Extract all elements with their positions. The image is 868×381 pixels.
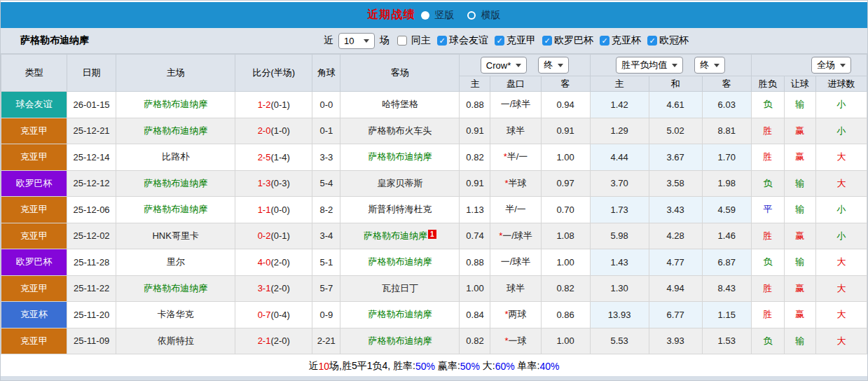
result-wdl-value: 胜 bbox=[763, 283, 772, 293]
avg-draw: 4.94 bbox=[649, 275, 702, 302]
match-date: 25-12-14 bbox=[67, 144, 116, 171]
avg-home: 13.93 bbox=[590, 302, 649, 328]
handicap-cell: 一/球半 bbox=[490, 92, 541, 118]
result-wdl: 负 bbox=[751, 170, 784, 197]
odds-source-select[interactable]: Crow* bbox=[481, 57, 527, 74]
result-goals-value: 大 bbox=[836, 178, 846, 188]
result-handicap: 赢 bbox=[784, 118, 815, 144]
result-handicap-value: 输 bbox=[795, 256, 804, 267]
handicap-cell: 一/球半 bbox=[490, 249, 541, 276]
league-checkbox-champions[interactable] bbox=[647, 36, 657, 46]
league-label-croatia-cup[interactable]: 克亚杯 bbox=[612, 34, 641, 47]
league-checkbox-croatia-cup[interactable] bbox=[600, 36, 609, 46]
vertical-layout-radio[interactable] bbox=[421, 11, 429, 20]
match-date: 25-11-22 bbox=[67, 275, 116, 302]
result-goals-value: 大 bbox=[836, 151, 846, 162]
result-goals: 小 bbox=[815, 197, 867, 223]
full-time-score: 0-7 bbox=[258, 310, 271, 320]
type-badge: 克亚甲 bbox=[1, 223, 67, 249]
type-badge: 克亚甲 bbox=[1, 275, 67, 302]
handicap-rate: 50% bbox=[460, 361, 480, 372]
type-badge: 欧罗巴杯 bbox=[1, 170, 67, 197]
scope-select[interactable]: 全场 bbox=[811, 57, 851, 74]
odds-home: 0.91 bbox=[460, 170, 490, 197]
result-wdl-value: 胜 bbox=[763, 125, 772, 136]
home-team-name: 萨格勒布迪纳摩 bbox=[144, 178, 207, 188]
chevron-down-icon bbox=[714, 64, 719, 67]
odds-home: 0.82 bbox=[460, 144, 490, 171]
avg-draw: 3.43 bbox=[649, 197, 702, 223]
summary-record: 场,胜5平1负4, 胜率: bbox=[329, 360, 415, 373]
away-team-name: 皇家贝蒂斯 bbox=[377, 178, 422, 188]
result-goals: 大 bbox=[815, 170, 867, 197]
avg-draw: 4.77 bbox=[649, 249, 702, 276]
away-team: 萨格勒布迪纳摩 bbox=[340, 302, 460, 328]
away-team: 萨格勒布迪纳摩 bbox=[340, 328, 460, 354]
odds-away: 0.91 bbox=[541, 118, 590, 144]
league-label-europa[interactable]: 欧罗巴杯 bbox=[554, 34, 593, 47]
away-team: 萨格勒布迪纳摩 bbox=[340, 249, 460, 276]
horizontal-layout-label[interactable]: 横版 bbox=[481, 9, 501, 22]
away-team-name: 哈特堡格 bbox=[382, 99, 418, 109]
avg-home: 1.73 bbox=[590, 197, 649, 223]
result-wdl: 胜 bbox=[751, 302, 784, 328]
avg-metric-select[interactable]: 胜平负均值 bbox=[616, 57, 683, 74]
avg-select-group: 胜平负均值 终 bbox=[590, 55, 751, 76]
league-checkbox-europa[interactable] bbox=[542, 36, 552, 46]
col-corner: 角球 bbox=[312, 55, 340, 92]
result-handicap: 赢 bbox=[784, 275, 815, 302]
odds-home: 0.88 bbox=[460, 92, 490, 118]
avg-time-select[interactable]: 终 bbox=[694, 57, 725, 74]
result-goals-value: 大 bbox=[836, 283, 846, 293]
vertical-layout-label[interactable]: 竖版 bbox=[435, 9, 455, 22]
league-label-champions[interactable]: 欧冠杯 bbox=[659, 34, 689, 47]
odds-time-select[interactable]: 终 bbox=[538, 57, 569, 74]
col-type: 类型 bbox=[1, 55, 67, 92]
odds-home: 0.74 bbox=[460, 223, 490, 249]
match-count-select[interactable]: 10 bbox=[338, 33, 375, 49]
match-date: 25-11-28 bbox=[67, 249, 116, 276]
avg-away: 6.87 bbox=[702, 249, 751, 276]
half-time-score: (2-0) bbox=[270, 335, 289, 346]
win-rate: 50% bbox=[415, 361, 435, 372]
half-time-score: (0-0) bbox=[270, 205, 289, 215]
type-badge: 球会友谊 bbox=[1, 92, 67, 118]
avg-away: 6.03 bbox=[702, 92, 751, 118]
odds-away: 1.00 bbox=[541, 249, 590, 276]
result-handicap-value: 输 bbox=[795, 204, 804, 214]
home-team: 依斯特拉 bbox=[116, 328, 235, 354]
full-time-score: 3-1 bbox=[258, 283, 271, 293]
avg-home: 1.29 bbox=[590, 118, 649, 144]
league-checkbox-friendly[interactable] bbox=[437, 36, 447, 46]
same-home-checkbox[interactable] bbox=[397, 36, 407, 46]
chevron-down-icon bbox=[672, 64, 677, 67]
avg-draw: 5.02 bbox=[649, 118, 702, 144]
single-rate: 40% bbox=[539, 361, 559, 372]
score-cell: 1-1(0-0) bbox=[235, 197, 312, 223]
half-time-score: (1-4) bbox=[270, 152, 289, 162]
table-row: 欧罗巴杯 25-12-12 萨格勒布迪纳摩 1-3(0-3) 5-4 皇家贝蒂斯… bbox=[1, 170, 867, 197]
home-team: HNK哥里卡 bbox=[116, 223, 235, 249]
half-time-score: (0-1) bbox=[270, 230, 289, 241]
same-home-label[interactable]: 同主 bbox=[411, 34, 431, 47]
league-checkbox-croatia1[interactable] bbox=[495, 36, 504, 46]
odds-away: 1.00 bbox=[541, 144, 590, 171]
horizontal-layout-radio[interactable] bbox=[467, 11, 476, 20]
half-time-score: (0-3) bbox=[270, 178, 289, 188]
result-goals: 大 bbox=[815, 249, 867, 276]
away-team: 斯普利特海杜克 bbox=[340, 197, 460, 223]
home-team: 卡洛华克 bbox=[116, 302, 235, 328]
away-team: 萨格勒布迪纳摩1 bbox=[340, 223, 460, 249]
avg-home: 1.42 bbox=[590, 92, 649, 118]
score-cell: 2-5(1-4) bbox=[235, 144, 312, 171]
match-date: 25-12-06 bbox=[67, 197, 116, 223]
full-time-score: 2-5 bbox=[258, 152, 271, 162]
league-label-friendly[interactable]: 球会友谊 bbox=[449, 34, 488, 47]
result-wdl: 胜 bbox=[751, 223, 784, 249]
result-handicap: 输 bbox=[784, 170, 815, 197]
score-cell: 1-3(0-3) bbox=[235, 170, 312, 197]
odds-away: 0.70 bbox=[541, 197, 590, 223]
league-label-croatia1[interactable]: 克亚甲 bbox=[507, 34, 536, 47]
recent-results-panel: 近期战绩 竖版 横版 萨格勒布迪纳摩 近 10 场 同主 球会友谊 克亚甲 欧罗… bbox=[0, 0, 868, 381]
away-team-name: 萨格勒布迪纳摩 bbox=[368, 335, 432, 346]
